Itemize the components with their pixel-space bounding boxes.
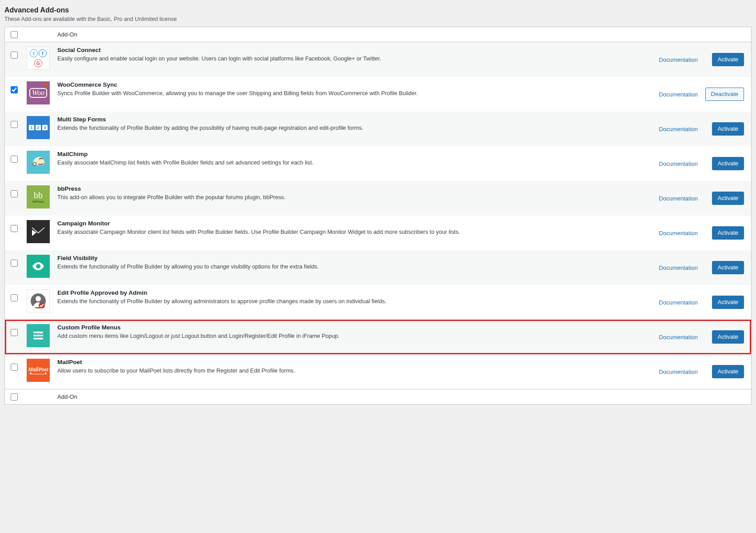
activate-button[interactable]: Activate [712,157,744,171]
edit-profile-approved-icon [27,289,50,313]
addon-name: Custom Profile Menus [57,324,633,331]
table-header: Add-On [5,27,751,42]
custom-profile-menus-icon [27,324,50,347]
addon-row-edit-profile-approved: Edit Profile Approved by AdminExtends th… [5,285,751,320]
addon-description: Extends the functionality of Profile Bui… [57,263,633,271]
select-checkbox-field-visibility[interactable] [11,260,18,267]
addon-description: This add-on allows you to integrate Prof… [57,193,633,202]
activate-button[interactable]: Activate [712,192,744,205]
column-header-addon[interactable]: Add-On [23,31,77,38]
addon-name: Social Connect [57,47,633,53]
campaign-monitor-icon [27,220,50,243]
documentation-link[interactable]: Documentation [659,334,698,341]
select-all-checkbox-bottom[interactable] [11,393,18,401]
activate-button[interactable]: Activate [712,226,744,240]
deactivate-button[interactable]: Deactivate [705,88,744,101]
activate-button[interactable]: Activate [712,261,744,275]
activate-button[interactable]: Activate [712,365,744,379]
addon-description: Extends the functionality of Profile Bui… [57,297,633,306]
addons-table: Add-On tfG Social ConnectEasily configur… [4,27,752,405]
svg-rect-9 [33,335,43,337]
select-checkbox-edit-profile-approved[interactable] [11,294,18,301]
multi-step-icon: 123 [27,116,50,139]
mailpoet-icon: MailPoet [27,359,50,382]
select-checkbox-custom-profile-menus[interactable] [11,329,18,336]
documentation-link[interactable]: Documentation [659,126,698,132]
social-connect-icon: tfG [27,47,50,70]
addon-name: bbPress [57,185,633,192]
column-footer-addon[interactable]: Add-On [23,393,77,400]
activate-button[interactable]: Activate [712,53,744,67]
addon-row-mailpoet: MailPoet MailPoetAllow users to subscrib… [5,354,751,389]
bbpress-icon: bbbbPress [27,185,50,208]
select-all-checkbox-top[interactable] [11,31,18,38]
svg-rect-10 [33,338,43,340]
activate-button[interactable]: Activate [712,296,744,309]
addon-name: Edit Profile Approved by Admin [57,289,633,296]
select-checkbox-mailchimp[interactable] [11,156,18,163]
addon-description: Easily associate MailChimp list fields w… [57,159,633,167]
table-footer: Add-On [5,389,751,404]
documentation-link[interactable]: Documentation [659,160,698,167]
addon-name: Field Visibility [57,255,633,261]
svg-point-1 [33,163,36,166]
documentation-link[interactable]: Documentation [659,230,698,236]
addon-row-mailchimp: MailChimpEasily associate MailChimp list… [5,146,751,181]
addon-row-campaign-monitor: Campaign MonitorEasily associate Campaig… [5,216,751,250]
documentation-link[interactable]: Documentation [659,369,698,375]
woocommerce-icon: Woo [27,81,50,104]
addon-description: Allow users to subscribe to your MailPoe… [57,367,633,375]
activate-button[interactable]: Activate [712,122,744,136]
addon-description: Add custom menu items like Login/Logout … [57,332,633,341]
select-checkbox-mailpoet[interactable] [11,364,18,371]
documentation-link[interactable]: Documentation [659,195,698,202]
addon-description: Easily associate Campaign Monitor client… [57,228,633,236]
addon-description: Syncs Profile Builder with WooCommerce, … [57,89,633,98]
activate-button[interactable]: Activate [712,330,744,344]
addon-name: MailChimp [57,151,633,157]
addon-name: Campaign Monitor [57,220,633,227]
addon-row-custom-profile-menus: Custom Profile MenusAdd custom menu item… [5,320,751,354]
documentation-link[interactable]: Documentation [659,264,698,271]
addon-name: MailPoet [57,359,633,365]
addon-description: Easily configure and enable social login… [57,55,633,63]
field-visibility-icon [27,255,50,278]
addon-name: Multi Step Forms [57,116,633,123]
mailchimp-icon [27,151,50,174]
addon-name: WooCommerce Sync [57,81,633,88]
select-checkbox-bbpress[interactable] [11,190,18,197]
addon-row-social-connect: tfG Social ConnectEasily configure and e… [5,42,751,77]
addon-row-woocommerce-sync: Woo WooCommerce SyncSyncs Profile Builde… [5,77,751,112]
select-checkbox-campaign-monitor[interactable] [11,225,18,232]
addon-row-field-visibility: Field VisibilityExtends the functionalit… [5,250,751,285]
select-checkbox-woocommerce-sync[interactable] [11,86,18,93]
documentation-link[interactable]: Documentation [659,56,698,63]
svg-point-7 [39,302,45,309]
addon-row-bbpress: bbbbPress bbPressThis add-on allows you … [5,181,751,216]
svg-rect-8 [33,332,43,333]
page-subtitle: These Add-ons are available with the Bas… [4,16,752,22]
svg-point-6 [36,296,41,301]
documentation-link[interactable]: Documentation [659,91,698,98]
addon-row-multi-step-forms: 123 Multi Step FormsExtends the function… [5,112,751,146]
select-checkbox-multi-step-forms[interactable] [11,121,18,128]
svg-point-4 [36,264,40,269]
documentation-link[interactable]: Documentation [659,299,698,306]
select-checkbox-social-connect[interactable] [11,52,18,59]
addon-description: Extends the functionality of Profile Bui… [57,124,633,132]
page-title: Advanced Add-ons [4,6,752,14]
